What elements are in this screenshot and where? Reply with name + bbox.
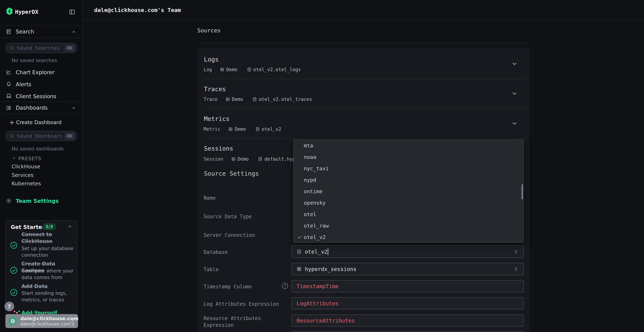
section-dashboards[interactable]: Dashboards xyxy=(0,102,82,114)
resource-attributes-input[interactable]: ResourceAttributes xyxy=(292,314,524,327)
saved-dashboards-input[interactable]: Saved Dashboards ⌘K xyxy=(5,131,77,141)
presets-label: PRESETS xyxy=(18,156,42,161)
check-circle-icon xyxy=(10,266,18,275)
source-settings-heading: Source Settings xyxy=(204,170,259,177)
source-meta: Log Demo otel_v2.otel_logs xyxy=(204,67,310,72)
divider xyxy=(197,42,530,43)
select-arrows-icon xyxy=(514,266,519,272)
preset-clickhouse[interactable]: ClickHouse xyxy=(12,164,40,170)
get-started-card: Get Started 3/3 Connect to ClickHouse Se… xyxy=(5,220,77,318)
sidebar-item-chart-explorer[interactable]: Chart Explorer xyxy=(0,69,82,80)
shortcut-badge: ⌘K xyxy=(65,45,74,51)
database-icon xyxy=(255,127,260,132)
laptop-icon xyxy=(6,93,12,100)
sidebar-item-team-settings[interactable]: Team Settings xyxy=(0,196,82,206)
select-arrows-icon xyxy=(514,249,519,254)
table-select[interactable]: hyperdx_sessions xyxy=(292,263,524,275)
label-source-data-type: Source Data Type xyxy=(204,214,252,220)
check-icon xyxy=(297,235,304,240)
get-started-title: Get Started xyxy=(11,224,46,230)
label-name: Name xyxy=(204,195,216,201)
source-meta: Metric Demo otel_v2 xyxy=(204,126,290,132)
preset-kubernetes[interactable]: Kubernetes xyxy=(12,180,41,186)
label-resource-attributes: Resource Attributes Expression xyxy=(204,315,261,328)
database-select[interactable]: otel_v2 xyxy=(292,246,524,258)
no-saved-searches-text: No saved searches xyxy=(12,58,57,63)
dropdown-option-selected[interactable]: otel_v2 xyxy=(294,232,524,243)
user-name: dale@clickhouse.com xyxy=(20,316,70,321)
table-icon xyxy=(296,266,302,272)
bell-icon xyxy=(6,81,12,88)
preset-services[interactable]: Services xyxy=(12,172,34,178)
dropdown-option[interactable]: mta xyxy=(294,140,524,151)
help-button-label: ? xyxy=(8,304,11,310)
database-value: otel_v2 xyxy=(305,249,327,255)
sidebar: HyperDX Search Saved Searches ⌘K No save… xyxy=(0,0,83,332)
section-search[interactable]: Search xyxy=(0,25,82,38)
server-icon xyxy=(220,67,224,72)
divider xyxy=(204,79,527,79)
label-server-connection: Server Connection xyxy=(204,232,255,238)
server-icon xyxy=(231,157,236,161)
database-icon xyxy=(296,249,302,254)
user-subtitle: dale@clickhouse.com's xyxy=(20,321,70,327)
journal-icon xyxy=(6,29,11,35)
help-button[interactable]: ? xyxy=(4,302,14,311)
plus-icon: + xyxy=(9,119,14,126)
dropdown-option[interactable]: nypd xyxy=(294,174,524,186)
avatar: D xyxy=(8,316,18,326)
database-dropdown: mta noaa nyc_taxi nypd ontime opensky ot… xyxy=(294,140,524,242)
create-dashboard-button[interactable]: + Create Dashboard xyxy=(0,119,82,128)
dropdown-option[interactable]: ontime xyxy=(294,186,524,197)
user-info: dale@clickhouse.com dale@clickhouse.com'… xyxy=(20,316,70,327)
dropdown-option[interactable]: otel xyxy=(294,208,524,220)
get-started-item-desc: Set up your database connection xyxy=(22,245,73,258)
presets-header[interactable]: PRESETS xyxy=(0,155,82,163)
search-icon xyxy=(9,134,14,138)
saved-searches-input[interactable]: Saved Searches ⌘K xyxy=(5,43,77,53)
divider xyxy=(204,138,527,138)
help-icon[interactable]: ? xyxy=(282,283,288,289)
log-attributes-input[interactable]: LogAttributes xyxy=(292,297,524,310)
alerts-label: Alerts xyxy=(16,81,31,88)
chevron-up-icon[interactable] xyxy=(67,224,72,230)
source-section-traces: Traces xyxy=(204,86,226,93)
dropdown-option[interactable]: nyc_taxi xyxy=(294,163,524,174)
chevron-down-icon[interactable] xyxy=(511,120,518,127)
log-attributes-value: LogAttributes xyxy=(296,300,339,306)
table-value: hyperdx_sessions xyxy=(305,266,356,272)
partial-input xyxy=(292,331,524,332)
shortcut-badge: ⌘K xyxy=(65,133,74,139)
section-search-label: Search xyxy=(16,28,34,35)
database-icon xyxy=(247,67,252,72)
progress-badge: 3/3 xyxy=(42,223,56,230)
timestamp-column-value: TimestampTime xyxy=(296,283,339,290)
client-sessions-label: Client Sessions xyxy=(16,93,56,100)
chevron-down-icon[interactable] xyxy=(511,90,518,98)
dropdown-option[interactable]: opensky xyxy=(294,197,524,208)
label-database: Database xyxy=(204,249,228,255)
get-started-item-desc: Configure where your data comes from xyxy=(22,268,74,281)
timestamp-column-input[interactable]: TimestampTime xyxy=(292,280,524,292)
get-started-item-title: Add Data xyxy=(22,283,48,290)
hyperdx-logo-icon xyxy=(6,7,13,16)
source-section-logs: Logs xyxy=(204,56,218,63)
dropdown-option[interactable]: otel_raw xyxy=(294,220,524,232)
gear-icon xyxy=(6,198,12,204)
app-title: HyperDX xyxy=(15,8,38,15)
chevron-up-icon xyxy=(71,29,76,35)
sidebar-item-alerts[interactable]: Alerts xyxy=(0,80,82,91)
chevron-right-icon xyxy=(70,319,75,324)
user-menu[interactable]: D dale@clickhouse.com dale@clickhouse.co… xyxy=(5,314,78,328)
check-circle-icon xyxy=(10,242,18,250)
scrollbar-thumb[interactable] xyxy=(522,184,523,199)
no-saved-dashboards-text: No saved dashboards xyxy=(12,146,64,152)
label-table: Table xyxy=(204,266,218,272)
dropdown-option[interactable]: noaa xyxy=(294,151,524,163)
section-dashboards-label: Dashboards xyxy=(16,105,48,111)
chart-explorer-label: Chart Explorer xyxy=(16,69,54,76)
dashboard-grid-icon xyxy=(6,105,11,111)
server-icon xyxy=(228,127,233,132)
chevron-down-icon[interactable] xyxy=(511,61,518,68)
collapse-sidebar-button[interactable] xyxy=(69,9,75,16)
